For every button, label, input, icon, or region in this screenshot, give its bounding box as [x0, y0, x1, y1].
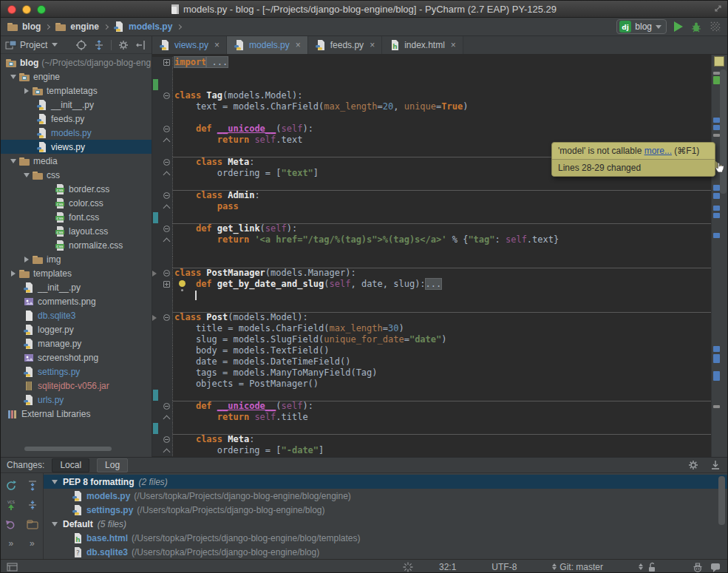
breadcrumb-item-blog[interactable]: blog: [7, 21, 41, 33]
changed-file-db-sqlite3[interactable]: ?db.sqlite3(/Users/topka/Projects/django…: [44, 545, 727, 559]
code-text[interactable]: [173, 390, 711, 401]
stripe-mark-blue[interactable]: [713, 346, 720, 352]
resize-grip-icon[interactable]: [713, 4, 723, 13]
refresh-button[interactable]: [5, 480, 17, 492]
tree-item-manage-py[interactable]: manage.py: [1, 336, 152, 350]
code-text[interactable]: slug = models.SlugField(unique_for_date=…: [173, 334, 711, 345]
stripe-mark-green[interactable]: [713, 76, 720, 84]
code-text[interactable]: [173, 212, 711, 223]
code-line-6[interactable]: [152, 112, 711, 123]
code-text[interactable]: pass: [173, 201, 711, 212]
code-area[interactable]: import ...class Tag(models.Model): text …: [152, 55, 711, 457]
tab-views-py[interactable]: views.py×: [152, 36, 227, 54]
tree-item-init-py[interactable]: __init__.py: [1, 98, 152, 112]
code-line-16[interactable]: def get_link(self):: [152, 223, 711, 234]
event-log-bubble-icon[interactable]: [710, 561, 721, 573]
code-line-7[interactable]: def __unicode__(self):: [152, 123, 711, 135]
fold-end-icon[interactable]: [163, 238, 171, 245]
run-button[interactable]: [674, 21, 683, 32]
tree-item-db-sqlite3[interactable]: db.sqlite3: [1, 308, 152, 322]
stripe-mark-blue[interactable]: [713, 213, 720, 218]
fold-end-icon[interactable]: [163, 205, 171, 212]
code-text[interactable]: [173, 423, 711, 434]
code-line-18[interactable]: [152, 245, 711, 257]
expand-all-button[interactable]: [27, 480, 38, 492]
hide-panel-button[interactable]: [135, 39, 147, 51]
stripe-mark-gray[interactable]: [713, 405, 720, 408]
tree-item-blog[interactable]: blog(~/Projects/django-blog-eng: [1, 55, 152, 69]
vcs-branch[interactable]: Git: master: [559, 562, 603, 572]
fold-expand-icon[interactable]: [163, 59, 170, 66]
changelist-default[interactable]: Default(5 files): [44, 517, 727, 531]
changes-tab-log[interactable]: Log: [97, 458, 128, 472]
code-text[interactable]: class Post(models.Model):: [173, 312, 711, 323]
stripe-mark-gray[interactable]: [713, 72, 720, 75]
code-text[interactable]: [173, 257, 711, 268]
collapse-all-button[interactable]: [27, 499, 38, 511]
toggle-toolwindows-button[interactable]: [7, 561, 18, 573]
code-line-20[interactable]: class PostManager(models.Manager):: [152, 268, 711, 279]
code-text[interactable]: class Tag(models.Model):: [173, 90, 711, 101]
collapse-all-button[interactable]: [93, 39, 105, 51]
code-line-23[interactable]: [152, 301, 711, 312]
vertical-scrollbar[interactable]: [720, 69, 727, 194]
code-line-25[interactable]: title = models.CharField(max_length=30): [152, 323, 711, 334]
stripe-mark-blue[interactable]: [713, 118, 720, 123]
code-text[interactable]: import ...: [173, 57, 711, 68]
code-line-24[interactable]: class Post(models.Model):: [152, 312, 711, 323]
intention-bulb-icon[interactable]: [179, 280, 186, 287]
code-text[interactable]: [173, 245, 711, 257]
stripe-mark-blue[interactable]: [713, 185, 720, 191]
code-text[interactable]: [173, 68, 711, 79]
chevron-down-icon[interactable]: [52, 43, 58, 47]
tree-item-css[interactable]: css: [1, 168, 152, 182]
fold-collapse-icon[interactable]: [163, 403, 170, 410]
fold-collapse-icon[interactable]: [163, 159, 170, 166]
stripe-mark-blue[interactable]: [713, 193, 720, 199]
project-panel-title[interactable]: Project: [20, 40, 47, 50]
code-text[interactable]: def get_by_date_and_slug(self, date, slu…: [173, 279, 711, 290]
collapsed-arrow-icon[interactable]: [21, 88, 32, 94]
code-line-21[interactable]: def get_by_date_and_slug(self, date, slu…: [152, 279, 711, 290]
collapsed-arrow-icon[interactable]: [21, 257, 32, 262]
commit-changes-button[interactable]: VCS: [5, 499, 17, 511]
caret-position[interactable]: 32:1: [439, 562, 456, 572]
code-text[interactable]: text = models.CharField(max_length=20, u…: [173, 101, 711, 112]
close-tab-icon[interactable]: ×: [451, 40, 456, 50]
code-text[interactable]: ordering = ["-date"]: [173, 445, 711, 456]
changed-file-base-html[interactable]: hbase.html(/Users/topka/Projects/django-…: [44, 531, 727, 545]
scroll-to-source-button[interactable]: [75, 39, 87, 51]
tree-item-init-py[interactable]: __init__.py: [1, 280, 152, 294]
tab-feeds-py[interactable]: feeds.py×: [308, 36, 382, 54]
more-actions-chevron[interactable]: »: [8, 538, 14, 549]
tree-item-img[interactable]: img: [1, 252, 152, 266]
expanded-arrow-icon[interactable]: [8, 75, 18, 79]
inspection-status-square[interactable]: [714, 56, 724, 67]
code-line-13[interactable]: class Admin:: [152, 190, 711, 201]
code-line-3[interactable]: [152, 79, 711, 90]
code-text[interactable]: date = models.DateTimeField(): [173, 356, 711, 367]
update-project-button[interactable]: [710, 459, 721, 471]
tree-item-border-css[interactable]: cssborder.css: [1, 182, 152, 196]
code-text[interactable]: [173, 112, 711, 123]
stripe-mark-blue[interactable]: [713, 233, 720, 238]
code-line-27[interactable]: body = models.TextField(): [152, 345, 711, 356]
stripe-mark-blue[interactable]: [713, 125, 720, 130]
tree-item-sqlitejdbc-v056-jar[interactable]: sqlitejdbc-v056.jar: [1, 379, 152, 393]
minimize-window-button[interactable]: [22, 5, 31, 14]
fold-end-icon[interactable]: [163, 416, 171, 423]
tree-item-comments-png[interactable]: comments.png: [1, 294, 152, 308]
editor[interactable]: import ...class Tag(models.Model): text …: [152, 55, 727, 457]
expanded-arrow-icon[interactable]: [8, 159, 18, 163]
breadcrumb-item-models-py[interactable]: models.py: [113, 21, 172, 33]
hector-inspector-icon[interactable]: [692, 561, 704, 573]
run-configuration-selector[interactable]: dj blog: [616, 19, 667, 34]
fold-collapse-icon[interactable]: [163, 270, 170, 277]
code-text[interactable]: def __unicode__(self):: [173, 123, 711, 135]
error-stripe[interactable]: [711, 55, 727, 457]
tree-item-media[interactable]: media: [1, 154, 152, 168]
fold-end-icon[interactable]: [163, 172, 171, 179]
settings-gear-icon[interactable]: [118, 39, 129, 51]
tree-item-settings-py[interactable]: settings.py: [1, 365, 152, 379]
tree-item-views-py[interactable]: views.py: [1, 140, 152, 154]
